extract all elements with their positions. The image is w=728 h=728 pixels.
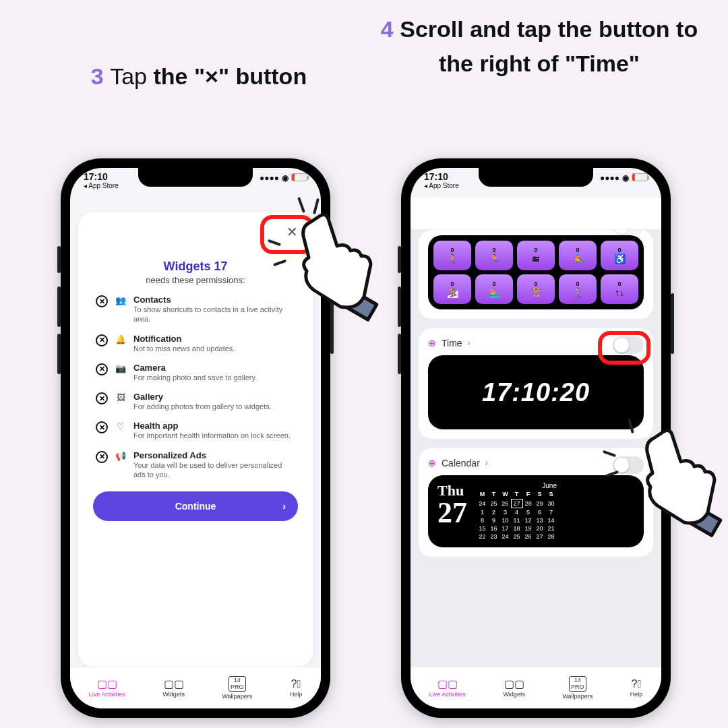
perm-type-icon: 📢 <box>115 451 127 480</box>
tab-widgets[interactable]: ▢▢Widgets <box>503 679 525 698</box>
time-preview: 17:10:20 <box>428 355 644 429</box>
up-arrow-icon: ⊕ <box>428 458 436 468</box>
tab-help[interactable]: ?⃝Help <box>290 679 303 698</box>
deny-icon: ✕ <box>96 295 108 307</box>
activity-toggle[interactable] <box>613 230 644 235</box>
status-time: 17:10 <box>424 172 459 182</box>
wifi-icon: ◉ <box>282 173 289 183</box>
tab-live-activities[interactable]: ▢▢Live Activities <box>89 679 125 698</box>
back-to-appstore[interactable]: ◂ App Store <box>84 182 119 189</box>
instruction-step-4: 4 Scroll and tap the button to the right… <box>377 12 701 81</box>
permission-row: ✕ 📷 CameraFor making photo and save to g… <box>96 363 295 382</box>
deny-icon: ✕ <box>96 421 108 433</box>
perm-type-icon: 🖼 <box>115 392 127 411</box>
calendar-label[interactable]: Calendar <box>442 458 480 468</box>
activity-cell: 0🏋 <box>517 274 555 304</box>
chevron-right-icon: › <box>485 458 488 468</box>
tab-wallpapers[interactable]: 14PROWallpapers <box>222 676 252 700</box>
activity-cell: 0🏃 <box>475 241 513 270</box>
activity-cell: 0↑↓ <box>601 274 638 304</box>
tap-hand-icon <box>283 209 384 326</box>
tab-bar: ▢▢Live Activities▢▢Widgets14PROWallpaper… <box>70 667 321 708</box>
perm-subtitle: needs these permissions: <box>93 275 298 285</box>
tab-wallpapers[interactable]: 14PROWallpapers <box>562 676 593 700</box>
signal-icon: ●●●● <box>260 173 279 183</box>
perm-type-icon: 👥 <box>115 295 127 324</box>
instruction-step-3: 3 Tap the "×" button <box>40 59 357 94</box>
calendar-preview: Thu 27 June MTWTFSS242526272829301234567… <box>428 475 644 547</box>
perm-title: Widgets 17 <box>93 260 298 274</box>
chevron-right-icon: › <box>282 501 286 512</box>
activity-cell: 0🚴 <box>559 241 597 270</box>
tab-help[interactable]: ?⃝Help <box>630 679 643 698</box>
time-widget-card: ⊕ Time › 17:10:20 <box>419 328 653 439</box>
activity-cell: 0🚶‍♂️ <box>559 274 597 304</box>
perm-type-icon: 📷 <box>115 363 127 382</box>
activity-cell: 0🏊 <box>475 274 513 304</box>
continue-button[interactable]: Continue› <box>93 491 298 521</box>
deny-icon: ✕ <box>96 451 108 463</box>
calendar-widget-card: ⊕ Calendar › Thu 27 June MTWTFSS24252627… <box>419 448 653 557</box>
deny-icon: ✕ <box>96 392 108 404</box>
time-label[interactable]: Time <box>442 338 462 348</box>
wifi-icon: ◉ <box>622 173 629 183</box>
activity-cell: 0♿ <box>601 241 638 270</box>
tap-hand-icon <box>627 425 728 542</box>
permission-row: ✕ 🔔 NotificationNot to miss news and upd… <box>96 334 295 353</box>
up-arrow-icon: ⊕ <box>428 338 436 348</box>
perm-type-icon: 🔔 <box>115 334 127 353</box>
deny-icon: ✕ <box>96 334 108 346</box>
chevron-right-icon: › <box>468 338 471 348</box>
back-to-appstore[interactable]: ◂ App Store <box>424 182 459 189</box>
battery-icon: 12 <box>291 173 307 181</box>
signal-icon: ●●●● <box>600 173 619 183</box>
perm-type-icon: ♡ <box>115 421 127 440</box>
battery-icon: 12 <box>632 173 648 181</box>
deny-icon: ✕ <box>96 363 108 375</box>
activity-cell: 0🏂 <box>433 274 471 304</box>
widget-scroll-area[interactable]: 0🚶0🏃0≋0🚴0♿0🏂0🏊0🏋0🚶‍♂️0↑↓ ⊕ Time › 17:10:… <box>411 230 661 667</box>
highlight-ring <box>598 331 650 365</box>
permission-row: ✕ ♡ Health appFor important health infor… <box>96 421 295 440</box>
activity-cell: 0🚶 <box>433 241 471 270</box>
activity-widget-card: 0🚶0🏃0≋0🚴0♿0🏂0🏊0🏋0🚶‍♂️0↑↓ <box>419 230 653 319</box>
permission-row: ✕ 🖼 GalleryFor adding photos from galler… <box>96 392 295 411</box>
tab-live-activities[interactable]: ▢▢Live Activities <box>429 679 466 698</box>
tab-widgets[interactable]: ▢▢Widgets <box>162 679 185 698</box>
permission-row: ✕ 👥 ContactsTo show shortcuts to contact… <box>96 295 295 324</box>
permission-row: ✕ 📢 Personalized AdsYour data will be us… <box>96 450 295 480</box>
tab-bar: ▢▢Live Activities▢▢Widgets14PROWallpaper… <box>411 667 661 708</box>
activity-cell: 0≋ <box>517 241 555 270</box>
permissions-card: ✕ Widgets 17 needs these permissions: ✕ … <box>78 212 313 667</box>
status-time: 17:10 <box>84 172 119 182</box>
